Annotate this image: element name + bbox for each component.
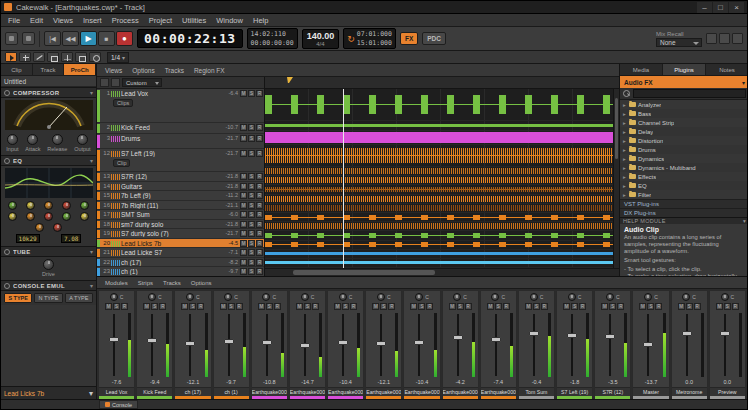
strip-record-button[interactable]: R [579,303,586,310]
mute-button[interactable]: M [240,268,247,275]
plugin-folder-row[interactable]: ▸ Bass [620,109,748,118]
strip-solo-button[interactable]: S [533,303,540,310]
plugin-folder-name[interactable]: Delay [638,129,653,135]
record-arm-button[interactable]: R [256,268,263,275]
menu-item[interactable]: Process [107,14,144,26]
plugin-folder-row[interactable]: ▸ Channel Strip [620,118,748,127]
track-row[interactable]: 23 ch (1) -9.7 M S R [97,267,264,276]
strip-name[interactable]: Earthquake0004a1 [290,387,325,396]
track-name[interactable]: ch (17) [121,259,227,266]
playhead[interactable] [343,89,344,268]
track-name[interactable]: S7 Left (19) [121,150,223,157]
strip-solo-button[interactable]: S [418,303,425,310]
pan-knob[interactable] [644,293,652,301]
audio-clip[interactable] [265,242,619,247]
strip-name[interactable]: Earthquake0008a5 [443,387,478,396]
track-name[interactable]: sm7 durty solo [121,221,223,228]
plugin-folder-row[interactable]: ▸ Dynamics - Multiband [620,163,748,172]
fader-area[interactable] [175,311,210,379]
track-row[interactable]: 22 ch (17) -8.2 M S R [97,258,264,268]
fader-area[interactable] [672,311,707,379]
strip-mute-button[interactable]: M [716,303,723,310]
horizontal-scrollbar[interactable] [265,268,619,276]
strip-name[interactable]: ch (1) [214,387,249,396]
plugin-folder-name[interactable]: Distortion [638,138,663,144]
strip-mute-button[interactable]: M [372,303,379,310]
track-row[interactable]: 17 SMT Sum -6.0 M S R [97,210,264,220]
compressor-knob[interactable] [52,134,63,145]
strip-solo-button[interactable]: S [609,303,616,310]
track-view-menu[interactable]: Views [101,67,126,74]
solo-button[interactable]: S [248,268,255,275]
search-input[interactable] [633,89,746,98]
strip-record-button[interactable]: R [694,303,701,310]
inspector-track-label[interactable]: Untitled [1,76,96,87]
audio-clip[interactable] [265,124,619,127]
expand-arrow-icon[interactable]: ▸ [623,156,627,162]
menu-item[interactable]: Help [248,14,273,26]
tube-module-header[interactable]: TUBE ▾ [1,246,96,257]
strip-record-button[interactable]: R [159,303,166,310]
strip-solo-button[interactable]: S [647,303,654,310]
strip-mute-button[interactable]: M [143,303,150,310]
fader-handle[interactable] [643,342,653,347]
strip-record-button[interactable]: R [197,303,204,310]
track-name[interactable]: ch (1) [121,268,227,275]
mute-button[interactable]: M [240,183,247,190]
plugin-folder-name[interactable]: Filter [638,192,651,198]
expand-tracks-icon[interactable] [100,78,109,87]
fader-handle[interactable] [224,339,234,344]
track-view-menu[interactable]: Tracks [161,67,188,74]
tube-drive-knob[interactable] [43,259,54,270]
mixer-strip[interactable]: C M S R -10.4 [403,290,440,401]
track-row[interactable]: 13 S7R (12) -21.8 M S R [97,172,264,182]
fader-area[interactable] [137,311,172,379]
mix-recall-select[interactable]: None [656,38,702,47]
expand-arrow-icon[interactable]: ▸ [623,165,627,171]
console-type-button[interactable]: A TYPE [65,293,93,303]
inspector-tab[interactable]: Clip [1,64,33,75]
browser-tab[interactable]: Media [620,64,663,75]
scroll-thumb[interactable] [615,98,618,159]
solo-button[interactable]: S [248,90,255,97]
plugin-folder-name[interactable]: Bass [638,111,651,117]
strip-mute-button[interactable]: M [258,303,265,310]
strip-solo-button[interactable]: S [113,303,120,310]
mute-button[interactable]: M [240,202,247,209]
plugin-folder-name[interactable]: EQ [638,183,647,189]
expand-arrow-icon[interactable]: ▸ [623,192,627,198]
track-row[interactable]: 18 sm7 durty solo -21.8 M S R [97,220,264,230]
plugin-folder-name[interactable]: Analyzer [638,102,661,108]
mute-button[interactable]: M [240,173,247,180]
plugin-folder-row[interactable]: ▸ Analyzer [620,100,748,109]
plugin-folder-name[interactable]: Channel Strip [638,120,674,126]
track-name[interactable]: Lead Licke S7 [121,249,227,256]
strip-name[interactable]: Tom Sum [519,387,554,396]
expand-arrow-icon[interactable]: ▸ [623,183,627,189]
record-arm-button[interactable]: R [256,221,263,228]
audio-clip[interactable] [265,223,619,229]
audio-clip[interactable] [265,187,619,193]
console-type-button[interactable]: S TYPE [4,293,32,303]
solo-button[interactable]: S [248,135,255,142]
strip-solo-button[interactable]: S [189,303,196,310]
power-icon[interactable] [4,158,10,164]
strip-name[interactable]: Lead Vox [99,387,134,396]
multidock-toggle-icon[interactable] [732,33,743,44]
strip-mute-button[interactable]: M [487,303,494,310]
menu-item[interactable]: Window [211,14,248,26]
audio-clip[interactable] [265,215,619,220]
solo-button[interactable]: S [248,221,255,228]
mute-tool-button[interactable] [75,52,87,62]
plugin-folder-name[interactable]: Effects [638,174,656,180]
fader-handle[interactable] [414,340,424,345]
undo-icon[interactable] [22,32,35,45]
track-row[interactable]: 15 7b Left (9) -11.2 M S R [97,191,264,201]
console-emulator-header[interactable]: CONSOLE EMUL ▾ [1,280,96,291]
fader-area[interactable] [366,311,401,379]
strip-record-button[interactable]: R [236,303,243,310]
fader-area[interactable] [595,311,630,379]
split-tool-button[interactable] [61,52,73,62]
record-arm-button[interactable]: R [256,259,263,266]
mute-button[interactable]: M [240,240,247,247]
